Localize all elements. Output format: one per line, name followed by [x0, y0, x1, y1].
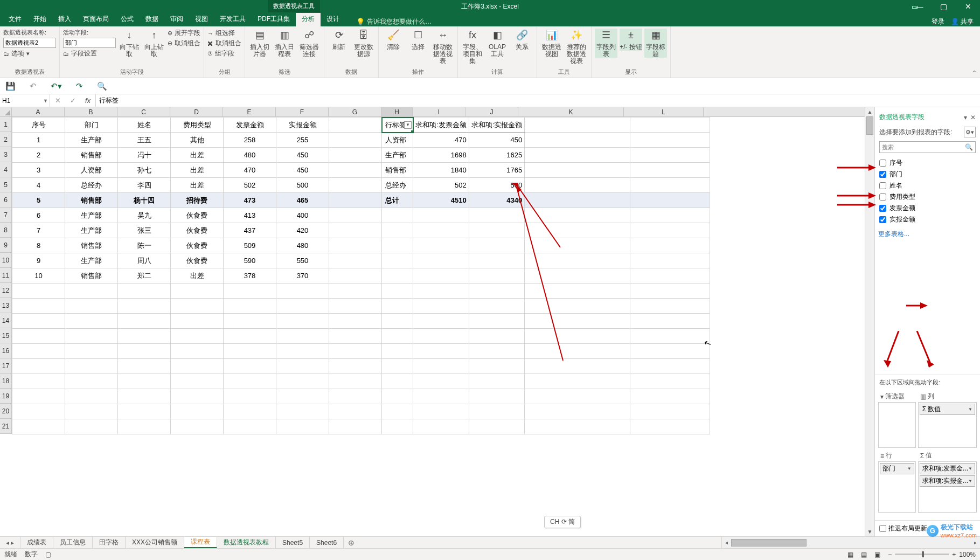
clear-button[interactable]: 🧹清除: [382, 29, 405, 51]
cell[interactable]: [413, 299, 469, 314]
recommend-button[interactable]: ✨推荐的数据透视表: [565, 29, 588, 65]
fp-rows-chip[interactable]: 部门▼: [880, 463, 914, 474]
cell[interactable]: 255: [276, 133, 329, 148]
cell[interactable]: [525, 284, 630, 299]
scroll-right-icon[interactable]: ▸: [971, 540, 980, 545]
cell[interactable]: 招待费: [171, 193, 224, 208]
tab-home[interactable]: 开始: [27, 12, 52, 26]
cell[interactable]: 509: [224, 238, 276, 253]
cell[interactable]: [65, 389, 118, 404]
cell[interactable]: [413, 223, 469, 238]
cell[interactable]: [329, 193, 382, 208]
cell[interactable]: [171, 344, 224, 359]
cell[interactable]: 吴九: [118, 208, 171, 223]
cell[interactable]: [630, 329, 710, 344]
fp-field-item[interactable]: 发票金额: [878, 203, 977, 214]
cell[interactable]: 出差: [171, 268, 224, 284]
cell[interactable]: [12, 419, 65, 434]
cell[interactable]: [276, 374, 329, 389]
scroll-left-icon[interactable]: ◂: [722, 540, 731, 545]
column-header[interactable]: D: [170, 107, 223, 116]
row-header[interactable]: 2: [0, 132, 12, 147]
cell[interactable]: 张三: [118, 223, 171, 238]
fp-search[interactable]: 🔍: [879, 141, 976, 153]
cell[interactable]: [630, 268, 710, 284]
pivot-name-input[interactable]: [3, 38, 56, 48]
cell[interactable]: [329, 329, 382, 344]
tab-formula[interactable]: 公式: [115, 12, 140, 26]
cell[interactable]: [12, 314, 65, 329]
fp-values-area[interactable]: 求和项:发票金...▼ 求和项:实报金...▼: [918, 461, 977, 513]
cell[interactable]: 450: [276, 163, 329, 178]
cell[interactable]: [413, 284, 469, 299]
cell[interactable]: 1: [12, 133, 65, 148]
row-header[interactable]: 9: [0, 238, 12, 253]
cell[interactable]: [469, 299, 525, 314]
fp-field-checkbox[interactable]: [879, 216, 886, 223]
fp-field-checkbox[interactable]: [879, 171, 886, 178]
enter-formula-icon[interactable]: ✓: [65, 96, 80, 105]
cell[interactable]: [224, 284, 276, 299]
vertical-scrollbar[interactable]: ▲ ▼: [865, 107, 874, 536]
cell[interactable]: [413, 374, 469, 389]
cell[interactable]: 258: [224, 133, 276, 148]
cell[interactable]: [276, 284, 329, 299]
cell[interactable]: 伙食费: [171, 208, 224, 223]
cell[interactable]: 470: [224, 163, 276, 178]
collapse-ribbon-icon[interactable]: ⌃: [972, 70, 977, 77]
collapse-field-button[interactable]: ⊖ 取消组合: [168, 39, 200, 48]
cell[interactable]: 伙食费: [171, 238, 224, 253]
expand-field-button[interactable]: ⊕ 展开字段: [168, 29, 200, 38]
cell[interactable]: [171, 359, 224, 374]
scroll-thumb[interactable]: [866, 116, 873, 135]
cell[interactable]: [65, 359, 118, 374]
cell[interactable]: 400: [276, 208, 329, 223]
fp-field-item[interactable]: 实报金额: [878, 214, 977, 225]
tab-data[interactable]: 数据: [140, 12, 164, 26]
cell[interactable]: [630, 299, 710, 314]
horizontal-scrollbar[interactable]: ◂ ▸: [721, 537, 980, 548]
tab-review[interactable]: 审阅: [164, 12, 189, 26]
fp-close-icon[interactable]: ✕: [970, 114, 976, 121]
cell[interactable]: [276, 314, 329, 329]
column-header[interactable]: C: [117, 107, 170, 116]
row-header[interactable]: 3: [0, 147, 12, 162]
cell[interactable]: [630, 238, 710, 253]
cell[interactable]: 480: [276, 238, 329, 253]
change-source-button[interactable]: 🗄更改数据源: [352, 29, 375, 58]
cell[interactable]: [224, 419, 276, 434]
zoom-level[interactable]: 100%: [959, 551, 976, 558]
column-header[interactable]: L: [624, 107, 704, 116]
cell[interactable]: [329, 344, 382, 359]
cell[interactable]: [12, 284, 65, 299]
cell[interactable]: [224, 389, 276, 404]
cell[interactable]: [382, 314, 413, 329]
fp-field-item[interactable]: 序号: [878, 157, 977, 169]
cell[interactable]: [118, 389, 171, 404]
options-button[interactable]: 🗂 选项 ▾: [3, 49, 56, 58]
cell[interactable]: [469, 419, 525, 434]
cell[interactable]: [630, 419, 710, 434]
cell[interactable]: [171, 314, 224, 329]
cell[interactable]: [171, 329, 224, 344]
fp-filter-area[interactable]: [878, 402, 916, 448]
view-pagebreak-icon[interactable]: ▣: [874, 551, 880, 558]
cell[interactable]: [525, 329, 630, 344]
cell[interactable]: 370: [276, 268, 329, 284]
row-header[interactable]: 4: [0, 162, 12, 177]
cell[interactable]: [630, 344, 710, 359]
cell[interactable]: [630, 284, 710, 299]
cell[interactable]: [329, 253, 382, 268]
cell[interactable]: [525, 238, 630, 253]
cell[interactable]: [413, 238, 469, 253]
cell[interactable]: [525, 148, 630, 163]
sheet-nav[interactable]: ◂ ▸: [0, 537, 20, 548]
row-header[interactable]: 17: [0, 358, 12, 374]
cell[interactable]: [12, 374, 65, 389]
cell[interactable]: 出差: [171, 163, 224, 178]
cell[interactable]: [329, 268, 382, 284]
cell[interactable]: [329, 117, 382, 133]
fp-columns-area[interactable]: Σ 数值▼: [918, 402, 977, 448]
cell[interactable]: [630, 117, 710, 133]
cell[interactable]: 郑二: [118, 268, 171, 284]
